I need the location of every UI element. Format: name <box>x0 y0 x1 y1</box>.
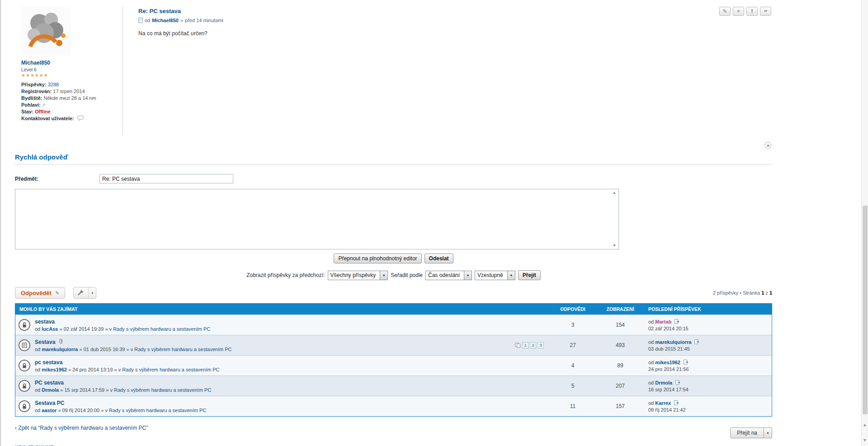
last-post-author-link[interactable]: Karrex <box>655 400 671 406</box>
subject-row: Předmět: <box>15 174 772 183</box>
topic-title-link[interactable]: Sestava <box>35 339 55 345</box>
chevron-down-icon: ▼ <box>464 271 472 280</box>
male-gender-icon: ♂ <box>42 102 46 108</box>
profile-status: Stav: Offline <box>21 108 123 115</box>
post-author-link[interactable]: Michael850 <box>152 18 179 23</box>
topic-title-link[interactable]: sestava <box>35 319 55 325</box>
message-textarea[interactable] <box>15 189 619 249</box>
submit-button[interactable]: Odeslat <box>425 254 453 263</box>
profile-rank: Level 6 <box>21 67 123 72</box>
subject-input[interactable] <box>99 174 233 183</box>
goto-last-post-icon[interactable] <box>694 339 700 345</box>
forum-link[interactable]: Rady s výběrem hardwaru a sestavením PC <box>114 387 211 393</box>
show-posts-label: Zobrazit příspěvky za předchozí: <box>246 272 325 278</box>
topic-title-link[interactable]: pc sestava <box>35 359 62 366</box>
scroll-down-icon[interactable] <box>613 244 616 247</box>
back-to-top-button[interactable] <box>764 142 771 149</box>
jump-to-dropdown[interactable]: ▼ <box>764 427 772 438</box>
profile-posts: Příspěvky: 3288 <box>21 81 123 88</box>
back-arrow-icon: ‹ <box>15 425 17 431</box>
table-row: Sestava PC od aastor » 09 říj 2014 20:00… <box>15 396 772 416</box>
header-title: MOHLO BY VÁS ZAJÍMAT <box>15 306 550 312</box>
table-row: sestava od lucAss » 02 zář 2014 19:39 » … <box>15 315 772 335</box>
related-topics-table: MOHLO BY VÁS ZAJÍMAT ODPOVĚDI ZOBRAZENÍ … <box>15 303 772 417</box>
last-post-author-link[interactable]: Drmola <box>655 380 672 385</box>
views-count: 493 <box>595 342 645 348</box>
last-post-date: 16 srp 2014 17:54 <box>648 387 772 392</box>
views-count: 89 <box>595 362 645 369</box>
profile-contact: Kontaktovat uživatele: <box>21 115 123 122</box>
page-link[interactable]: 1 <box>522 342 528 348</box>
table-row: Sestava od marekulquiorra » 01 dub 2015 … <box>15 335 772 355</box>
attachment-paperclip-icon <box>59 338 63 344</box>
last-post-author-link[interactable]: marekulquiorra <box>655 339 691 345</box>
table-header: MOHLO BY VÁS ZAJÍMAT ODPOVĚDI ZOBRAZENÍ … <box>15 304 772 315</box>
forum-link[interactable]: Rady s výběrem hardwaru a sestavením PC <box>113 326 210 332</box>
scroll-up-icon[interactable] <box>613 192 616 194</box>
post-sheet-icon <box>138 18 143 23</box>
window-left-edge <box>0 0 1 446</box>
forum-link[interactable]: Rady s výběrem hardwaru a sestavením PC <box>109 408 206 413</box>
goto-last-post-icon[interactable] <box>674 400 679 406</box>
edit-post-button[interactable]: ✎ <box>719 7 731 16</box>
posts-count-link[interactable]: 3288 <box>48 82 59 87</box>
quote-post-button[interactable]: “ <box>760 7 771 16</box>
goto-last-post-icon[interactable] <box>675 319 680 324</box>
replies-count: 11 <box>550 403 595 409</box>
profile-username-link[interactable]: Michael850 <box>21 60 50 66</box>
show-posts-select[interactable]: Všechny příspěvky ▼ <box>328 271 388 280</box>
topic-tools-dropdown[interactable]: ▼ <box>88 287 96 298</box>
topic-author-link[interactable]: lucAss <box>42 326 58 332</box>
chevron-down-icon: ▼ <box>766 432 769 435</box>
post-profile: Michael850 Level 6 ★★★★★★ Příspěvky: 328… <box>15 7 123 135</box>
goto-last-post-icon[interactable] <box>675 380 681 385</box>
last-post-author-link[interactable]: Martab <box>655 319 671 324</box>
post-title[interactable]: Re: PC sestava <box>138 8 772 14</box>
table-row: pc sestava od mikes1962 » 24 pro 2014 13… <box>15 355 772 376</box>
chevron-down-icon: ▼ <box>380 271 387 280</box>
header-views: ZOBRAZENÍ <box>595 306 645 312</box>
sort-by-select[interactable]: Čas odeslání ▼ <box>425 271 472 280</box>
page-link[interactable]: 2 <box>530 342 536 348</box>
topic-title-link[interactable]: Sestava PC <box>35 400 64 406</box>
topic-author-link[interactable]: marekulquiorra <box>42 347 78 352</box>
jump-to-control: Přejít na ▼ <box>730 427 772 438</box>
forum-link[interactable]: Rady s výběrem hardwaru a sestavením PC <box>134 347 231 352</box>
topic-title-link[interactable]: PC sestava <box>35 380 64 386</box>
vertical-scrollbar[interactable] <box>861 0 868 446</box>
jump-to-button[interactable]: Přejít na <box>730 427 764 438</box>
go-button[interactable]: Přejít <box>518 270 541 280</box>
last-post-date: 09 říj 2014 21:42 <box>648 407 772 413</box>
multipage-icon <box>515 343 521 348</box>
subject-label: Předmět: <box>15 176 99 182</box>
chevron-down-icon: ▼ <box>507 271 515 280</box>
back-to-top-row <box>15 142 771 149</box>
back-to-forum-link[interactable]: ‹ Zpět na “Rady s výběrem hardwaru a ses… <box>15 425 148 431</box>
report-post-button[interactable]: ! <box>746 7 758 16</box>
forum-link[interactable]: Rady s výběrem hardwaru a sestavením PC <box>122 367 219 372</box>
post-time: před 14 minutami <box>185 18 223 23</box>
reply-button[interactable]: Odpovědět ✎ <box>15 287 65 299</box>
topic-author-link[interactable]: Drmola <box>42 387 59 393</box>
action-bar: Odpovědět ✎ ▼ 2 příspěvky • Stránka 1 z … <box>15 287 772 299</box>
topic-author-link[interactable]: aastor <box>42 408 57 413</box>
scrollbar-up-icon[interactable] <box>863 424 866 426</box>
back-to-top-icon <box>767 144 769 146</box>
textarea-scrollbar[interactable] <box>610 189 618 249</box>
full-editor-button[interactable]: Přepnout na plnohodnotný editor <box>334 254 421 263</box>
contact-message-icon[interactable] <box>77 116 84 121</box>
goto-last-post-icon[interactable] <box>684 360 689 365</box>
topic-author-link[interactable]: mikes1962 <box>42 367 67 372</box>
scrollbar-down-icon[interactable] <box>863 439 866 441</box>
sort-direction-select[interactable]: Vzestupně ▼ <box>475 271 515 280</box>
delete-post-button[interactable]: × <box>733 7 744 16</box>
scrollbar-thumb[interactable] <box>863 206 868 414</box>
post-tools: ✎ × ! “ <box>719 7 771 16</box>
last-post-author-link[interactable]: mikes1962 <box>655 360 680 365</box>
last-post-date: 02 zář 2014 20:15 <box>648 326 772 331</box>
bottom-row: ‹ Zpět na “Rady s výběrem hardwaru a ses… <box>15 425 772 438</box>
quick-reply-buttons: Přepnout na plnohodnotný editor Odeslat <box>15 254 772 263</box>
wrench-button[interactable] <box>74 287 88 298</box>
last-post-cell: od Drmola 16 srp 2014 17:54 <box>645 378 772 394</box>
page-link[interactable]: 3 <box>538 342 544 348</box>
